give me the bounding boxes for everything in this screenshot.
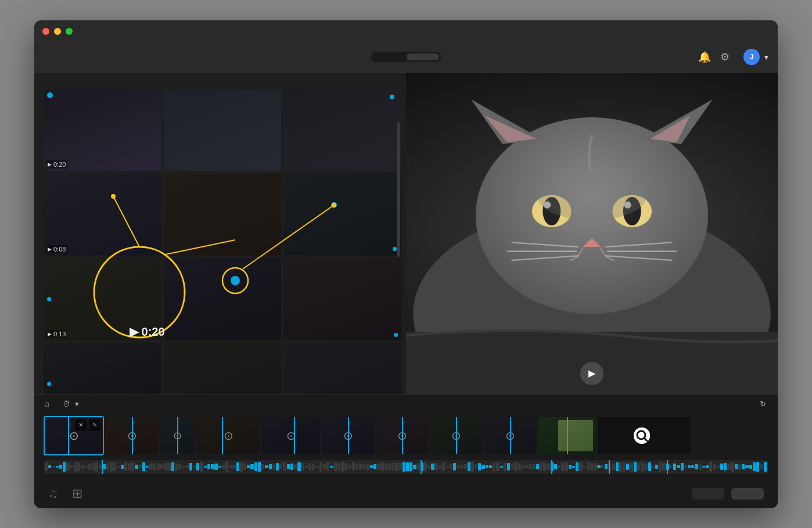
main-content: ▶ 0:20	[34, 73, 778, 394]
clip-item[interactable]: ⊙	[484, 417, 536, 454]
cat-video-thumbnail	[406, 73, 778, 394]
bell-icon[interactable]: 🔔	[698, 51, 711, 63]
quik-logo-clip	[598, 417, 691, 454]
cat-illustration	[406, 73, 778, 394]
tools-left: ♫ ⊞	[48, 486, 82, 501]
media-duration: ▶ 0:13	[46, 330, 67, 338]
playhead-3	[551, 460, 552, 474]
media-item[interactable]: ▶ 0:11	[44, 343, 161, 394]
tab-create[interactable]	[407, 53, 439, 60]
playhead-2	[421, 460, 422, 474]
start-over-button[interactable]	[692, 488, 724, 500]
media-item[interactable]: ▶ 0:08	[44, 173, 161, 256]
svg-point-31	[538, 175, 646, 220]
traffic-lights	[42, 28, 73, 35]
nav-right-section: 🔔 ⚙ J ▾	[698, 49, 768, 65]
clip-edit-button[interactable]: ✎	[89, 419, 100, 431]
close-button[interactable]	[42, 28, 49, 35]
clips-tool-icon[interactable]: ⊞	[72, 486, 82, 501]
tools-right	[692, 488, 764, 500]
timeline-clips: ⊙ ✕ ✎ ⊙ ⊙ ⊙	[34, 414, 778, 458]
clip-item[interactable]: ⊙	[376, 417, 428, 454]
playhead-4	[609, 460, 610, 474]
user-section[interactable]: J ▾	[739, 49, 768, 65]
timeline-header: ♫ ⏱ ▾ ↻	[34, 394, 778, 414]
video-icon: ▶	[48, 161, 52, 167]
media-item[interactable]: ▶ 0:20	[44, 89, 161, 171]
avatar: J	[743, 49, 760, 65]
clip-delete-button[interactable]: ✕	[75, 419, 87, 431]
top-nav: 🔔 ⚙ J ▾	[34, 42, 778, 73]
media-panel: ▶ 0:20	[34, 73, 406, 394]
clear-button[interactable]: ↻	[760, 400, 768, 408]
play-button[interactable]: ▶	[580, 362, 603, 385]
bottom-section: ♫ ⏱ ▾ ↻ ⊙ ✕ ✎	[34, 394, 778, 508]
media-item[interactable]	[283, 173, 401, 256]
clip-item[interactable]: ⊙	[106, 417, 158, 454]
chevron-down-icon: ▾	[764, 53, 768, 62]
media-item[interactable]	[164, 173, 282, 256]
clip-item[interactable]: ⊙	[322, 417, 374, 454]
chevron-down-icon: ▾	[75, 400, 79, 408]
media-duration: ▶ 0:20	[46, 160, 67, 168]
media-item[interactable]	[164, 258, 282, 340]
media-item[interactable]: ▶ 0:13	[44, 258, 161, 340]
refresh-icon: ↻	[760, 400, 766, 408]
bottom-toolbar: ♫ ⊞	[34, 479, 778, 508]
timeline-ruler: // Generate waveform bars inline const w…	[34, 458, 778, 479]
ruler-track[interactable]: // Generate waveform bars inline const w…	[44, 460, 768, 474]
music-tool-icon[interactable]: ♫	[48, 486, 58, 501]
waveform: // Generate waveform bars inline const w…	[44, 460, 768, 474]
music-note-icon: ♫	[44, 400, 50, 409]
video-preview: ▶	[406, 73, 778, 394]
clip-item[interactable]: ⊙	[196, 417, 260, 454]
media-item[interactable]	[164, 343, 282, 394]
minimize-button[interactable]	[54, 28, 61, 35]
save-button[interactable]	[731, 488, 764, 500]
media-scrollbar[interactable]	[397, 122, 400, 257]
media-item[interactable]	[283, 89, 401, 171]
titlebar	[34, 20, 778, 42]
settings-icon[interactable]: ⚙	[720, 51, 730, 63]
clock-icon: ⏱	[63, 400, 70, 408]
music-info: ♫	[44, 400, 53, 409]
duration-selector[interactable]: ⏱ ▾	[63, 400, 79, 408]
app-window: 🔔 ⚙ J ▾	[34, 20, 778, 508]
clip-item[interactable]: ⊙	[262, 417, 320, 454]
media-duration: ▶ 0:08	[46, 245, 67, 253]
quik-logo	[634, 428, 655, 444]
clip-item[interactable]: ⊙	[430, 417, 482, 454]
playhead	[102, 460, 103, 474]
media-grid: ▶ 0:20	[44, 89, 401, 394]
media-select-indicator	[47, 92, 53, 98]
media-item[interactable]	[164, 89, 282, 171]
playhead-5	[667, 460, 668, 474]
media-item[interactable]	[283, 343, 401, 394]
clip-item[interactable]: ⊙	[160, 417, 195, 454]
nav-tab-group	[371, 52, 441, 62]
tab-view[interactable]	[373, 53, 405, 60]
media-item[interactable]	[283, 258, 401, 340]
maximize-button[interactable]	[66, 28, 73, 35]
preview-panel: ▶	[406, 73, 778, 394]
clip-item[interactable]: ⊙ ✕ ✎	[44, 416, 104, 455]
clip-item[interactable]	[538, 417, 596, 454]
quik-q-icon	[634, 428, 650, 444]
